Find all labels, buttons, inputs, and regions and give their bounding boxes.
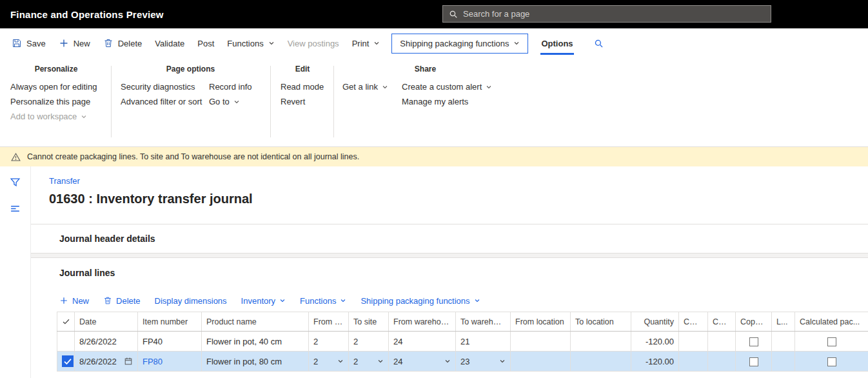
get-a-link-button[interactable]: Get a link: [342, 79, 388, 94]
lines-functions-menu-button[interactable]: Functions: [300, 296, 346, 306]
row-select-cell[interactable]: [57, 332, 75, 352]
cell-from-site[interactable]: 2: [309, 352, 349, 372]
display-dimensions-button[interactable]: Display dimensions: [155, 296, 227, 306]
functions-menu-button[interactable]: Functions: [221, 35, 281, 52]
new-button[interactable]: New: [52, 34, 97, 52]
cell-quantity[interactable]: -120.00: [631, 332, 679, 352]
col-header-from-site[interactable]: From site: [309, 312, 349, 332]
validate-button[interactable]: Validate: [148, 35, 191, 52]
cell-l[interactable]: [772, 332, 795, 352]
cell-calculated-pac[interactable]: [795, 332, 868, 352]
col-header-from-location[interactable]: From location: [511, 312, 571, 332]
col-header-to-site[interactable]: To site: [349, 312, 389, 332]
record-info-button[interactable]: Record info: [209, 79, 252, 94]
cell-copy-b[interactable]: [736, 332, 772, 352]
cell-cw2[interactable]: [708, 352, 736, 372]
cell-copy-b[interactable]: [736, 352, 772, 372]
lines-new-button[interactable]: New: [59, 296, 89, 306]
cell-l[interactable]: [772, 352, 795, 372]
cell-from-warehouse[interactable]: 24: [389, 332, 456, 352]
filter-pane-button[interactable]: [8, 175, 22, 189]
cell-item-number[interactable]: FP40: [138, 332, 202, 352]
cell-to-location[interactable]: [571, 332, 631, 352]
command-search-button[interactable]: [587, 35, 610, 52]
go-to-button[interactable]: Go to: [209, 94, 240, 109]
post-button[interactable]: Post: [191, 35, 221, 52]
add-to-workspace-button[interactable]: Add to workspace: [10, 109, 102, 124]
lookup-chevron-icon[interactable]: [499, 358, 506, 364]
save-button[interactable]: Save: [5, 34, 52, 52]
select-all-header[interactable]: [57, 312, 75, 332]
calculated-pac-checkbox[interactable]: [827, 337, 836, 346]
toc-pane-button[interactable]: [8, 202, 22, 215]
advanced-filter-or-sort-button[interactable]: Advanced filter or sort: [121, 94, 202, 109]
options-tab[interactable]: Options: [535, 35, 579, 52]
item-label: Personalize this page: [10, 97, 90, 106]
item-number-link[interactable]: FP80: [143, 357, 163, 366]
lines-shipping-packaging-functions-button[interactable]: Shipping packaging functions: [360, 296, 480, 306]
cell-product-name[interactable]: Flower in pot, 80 cm: [202, 352, 309, 372]
col-header-to-warehouse[interactable]: To warehouse: [456, 312, 511, 332]
lookup-chevron-icon[interactable]: [444, 358, 451, 364]
cell-from-location[interactable]: [511, 332, 571, 352]
col-header-l[interactable]: L...: [772, 312, 795, 332]
cell-from-location[interactable]: [511, 352, 571, 372]
cell-from-warehouse[interactable]: 24: [389, 352, 456, 372]
cell-cw2[interactable]: [708, 332, 736, 352]
col-header-item-number[interactable]: Item number: [138, 312, 202, 332]
create-custom-alert-button[interactable]: Create a custom alert: [402, 79, 492, 94]
cell-to-warehouse[interactable]: 21: [456, 332, 511, 352]
inventory-menu-button[interactable]: Inventory: [241, 296, 286, 306]
read-mode-button[interactable]: Read mode: [281, 79, 324, 94]
col-header-date[interactable]: Date: [75, 312, 138, 332]
cell-date[interactable]: 8/26/2022: [75, 332, 138, 352]
cell-to-site[interactable]: 2: [349, 332, 389, 352]
cell-product-name[interactable]: Flower in pot, 40 cm: [202, 332, 309, 352]
col-header-cw1[interactable]: CW ...: [679, 312, 708, 332]
cell-date[interactable]: 8/26/2022: [75, 352, 138, 372]
delete-button[interactable]: Delete: [97, 34, 149, 52]
print-menu-button[interactable]: Print: [346, 35, 387, 52]
table-row-selected[interactable]: 8/26/2022 FP80 Flower in pot, 80 cm 2 2: [57, 352, 868, 372]
cell-cw1[interactable]: [679, 352, 708, 372]
cell-to-site[interactable]: 2: [349, 352, 389, 372]
cell-calculated-pac[interactable]: [795, 352, 868, 372]
cell-from-site[interactable]: 2: [309, 332, 349, 352]
col-header-calculated-pac[interactable]: Calculated pac...: [795, 312, 868, 332]
lookup-chevron-icon[interactable]: [377, 358, 384, 364]
section-journal-header-details[interactable]: Journal header details: [31, 224, 868, 253]
shipping-packaging-functions-button[interactable]: Shipping packaging functions: [391, 34, 528, 54]
cell-to-warehouse[interactable]: 23: [456, 352, 511, 372]
revert-button[interactable]: Revert: [281, 94, 324, 109]
col-header-cw2[interactable]: CW...: [708, 312, 736, 332]
calendar-icon[interactable]: [124, 357, 133, 366]
cell-item-number[interactable]: FP80: [138, 352, 202, 372]
always-open-for-editing-button[interactable]: Always open for editing: [10, 79, 102, 94]
calculated-pac-checkbox[interactable]: [827, 357, 836, 366]
col-header-to-location[interactable]: To location: [571, 312, 631, 332]
personalize-this-page-button[interactable]: Personalize this page: [10, 94, 102, 109]
copy-b-checkbox[interactable]: [749, 337, 758, 346]
cell-cw1[interactable]: [679, 332, 708, 352]
cell-to-location[interactable]: [571, 352, 631, 372]
manage-my-alerts-button[interactable]: Manage my alerts: [402, 94, 468, 109]
copy-b-checkbox[interactable]: [749, 357, 758, 366]
row-select-cell[interactable]: [57, 352, 75, 372]
security-diagnostics-button[interactable]: Security diagnostics: [121, 79, 195, 94]
lookup-chevron-icon[interactable]: [337, 358, 344, 364]
col-header-quantity[interactable]: Quantity: [631, 312, 679, 332]
page-search-box[interactable]: [442, 5, 771, 23]
col-header-copy-b[interactable]: Copy b...: [736, 312, 772, 332]
cell-quantity[interactable]: -120.00: [631, 352, 679, 372]
chevron-down-icon: [268, 40, 275, 46]
item-label: Security diagnostics: [121, 82, 195, 92]
col-header-from-warehouse[interactable]: From warehouse: [389, 312, 456, 332]
view-postings-button[interactable]: View postings: [281, 35, 346, 52]
table-row[interactable]: 8/26/2022 FP40 Flower in pot, 40 cm 2 2 …: [57, 332, 868, 352]
row-selected-checkbox[interactable]: [62, 355, 74, 367]
section-journal-lines[interactable]: Journal lines: [31, 258, 868, 287]
lines-delete-button[interactable]: Delete: [103, 296, 141, 306]
page-search-input[interactable]: [463, 9, 765, 19]
col-header-product-name[interactable]: Product name: [202, 312, 309, 332]
toc-icon: [10, 203, 21, 214]
